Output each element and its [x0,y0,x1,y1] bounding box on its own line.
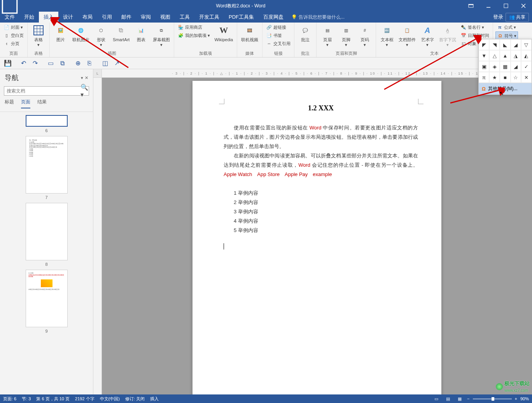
symbol-cell[interactable]: ◣ [500,39,510,50]
symbol-cell[interactable]: ▲ [500,50,510,61]
tab-developer[interactable]: 开发工具 [194,12,224,23]
thumb-page-7[interactable]: 第一章 示例1.1 示例这是示例文本这是示例文本这是示例文本这是示例文本这是示例… [26,136,68,194]
tab-mailings[interactable]: 邮件 [117,12,136,23]
status-section[interactable]: 节: 3 [22,396,31,402]
tab-insert[interactable]: 插入 [39,12,58,23]
hyperlink-button[interactable]: 🔗超链接 [265,23,292,31]
symbol-cell[interactable]: ◈ [489,61,500,72]
minimize-button[interactable] [480,0,497,12]
tell-me-box[interactable]: 💡 告诉我您想要做什么... [291,14,345,21]
tab-tools[interactable]: 工具 [175,12,194,23]
wordart-button[interactable]: A艺术字▾ [419,23,436,48]
cover-page-button[interactable]: 📄封面 ▾ [2,23,25,31]
nav-close-button[interactable]: ✕ [85,75,88,80]
status-track[interactable]: 修订: 关闭 [125,396,145,402]
symbol-cell[interactable]: ▦ [500,61,510,72]
status-mode[interactable]: 插入 [150,396,159,402]
bookmark-button[interactable]: 📑书签 [265,31,292,39]
comment-button[interactable]: 💬批注 [297,23,314,43]
crossref-button[interactable]: ↔交叉引用 [265,40,292,47]
symbol-cell[interactable]: ◤ [479,39,489,50]
thumb-page-6[interactable] [26,115,68,127]
datetime-button[interactable]: 📅日期和时间 [459,31,490,39]
table-button[interactable]: 表格▾ [30,23,47,48]
qat-btn-6[interactable]: ↗ [113,59,121,67]
zoom-level[interactable]: 90% [520,396,529,401]
wikipedia-button[interactable]: WWikipedia [213,23,234,43]
textbox-button[interactable]: 🔤文本框▾ [378,23,396,48]
store-button[interactable]: 🏪应用商店 [177,23,211,31]
nav-tab-results[interactable]: 结果 [37,99,47,108]
symbol-cell[interactable]: ★ [489,72,500,83]
view-print-layout[interactable]: ▤ [444,395,452,402]
symbol-cell[interactable]: ◮ [511,50,521,61]
symbol-cell[interactable]: ◥ [489,39,500,50]
status-words[interactable]: 2192 个字 [75,396,94,402]
symbol-cell[interactable]: ✓ [521,61,532,72]
online-picture-button[interactable]: 🌐联机图片 [71,23,91,43]
chart-button[interactable]: 📊图表 [133,23,150,43]
thumb-page-8[interactable] [26,203,68,260]
qat-btn-5[interactable]: ◫ [101,59,109,67]
qat-btn-1[interactable]: ▭ [47,59,54,67]
undo-button[interactable]: ↶ [19,59,27,67]
parts-button[interactable]: 📋文档部件▾ [397,23,417,48]
symbol-cell[interactable]: ■ [500,72,510,83]
view-web-layout[interactable]: ▦ [455,395,464,402]
tab-view[interactable]: 视图 [156,12,175,23]
nav-dropdown[interactable]: ▾ [81,75,83,80]
redo-button[interactable]: ↷ [31,59,39,67]
smartart-button[interactable]: ⿻SmartArt [111,23,131,43]
share-button[interactable]: 👥 共享 [506,13,529,22]
page-number-button[interactable]: #页码▾ [356,23,373,48]
status-lang[interactable]: 中文(中国) [100,396,120,402]
zoom-slider[interactable] [473,398,512,400]
picture-button[interactable]: 🖼️图片 [52,23,69,43]
symbol-cell[interactable]: ☆ [511,72,521,83]
dropcap-button[interactable]: A̲首字下沉▾ [438,23,458,48]
tab-design[interactable]: 设计 [58,12,78,23]
maximize-button[interactable] [497,0,514,12]
my-addins-button[interactable]: 🧩我的加载项 ▾ [177,31,211,39]
blank-page-button[interactable]: ▯空白页 [2,31,25,39]
shapes-button[interactable]: ⬡形状▾ [93,23,110,48]
tab-baidu[interactable]: 百度网盘 [259,12,288,23]
page-break-button[interactable]: ⫞分页 [2,40,25,47]
symbol-cell[interactable]: ◭ [521,50,532,61]
tab-home[interactable]: 开始 [19,12,39,23]
status-pages[interactable]: 第 6 页，共 10 页 [36,396,70,402]
document-page[interactable]: 1.2 XXX 使用在需要位置出现的新按钮在 Word 中保存时间。若要更改图片… [192,81,441,394]
tab-layout[interactable]: 布局 [78,12,97,23]
online-video-button[interactable]: 🎞️联机视频 [240,23,260,43]
symbol-cell[interactable]: ▽ [521,39,532,50]
footer-button[interactable]: ▥页脚▾ [338,23,355,48]
tab-references[interactable]: 引用 [97,12,117,23]
save-button[interactable]: 💾 [4,59,12,67]
ribbon-display-options-icon[interactable] [462,0,480,12]
nav-tab-pages[interactable]: 页面 [21,99,30,108]
more-symbols-item[interactable]: Ω 其他符号(M)... [479,83,532,94]
view-read-mode[interactable]: ▭ [432,395,441,402]
nav-search-input[interactable] [4,86,89,96]
symbol-cell[interactable]: ▼ [479,50,489,61]
tab-review[interactable]: 审阅 [136,12,156,23]
equation-button[interactable]: π公式 ▾ [495,23,518,31]
signature-button[interactable]: ✒️签名行 ▾ [459,23,490,31]
qat-btn-4[interactable]: ⎘ [86,59,93,67]
qat-btn-2[interactable]: ⧉ [58,59,66,67]
symbol-cell[interactable]: △ [489,50,500,61]
header-button[interactable]: ▤页眉▾ [319,23,336,48]
nav-tab-headings[interactable]: 标题 [5,99,14,108]
search-icon[interactable]: 🔍▾ [80,87,88,95]
close-button[interactable] [514,0,532,12]
symbol-cell[interactable]: ✕ [521,72,532,83]
screenshot-button[interactable]: ⧉屏幕截图▾ [151,23,172,48]
symbol-cell[interactable]: ▣ [479,61,489,72]
qat-btn-3[interactable]: ⊕ [74,59,82,67]
symbol-cell[interactable]: ◢ [511,61,521,72]
symbol-cell[interactable]: ◢ [511,39,521,50]
login-link[interactable]: 登录 [493,14,503,21]
thumb-page-9[interactable]: 1.4 示例示例红色文本示例红色文本示例文本示例文本示例文本示例示例文本示例文本… [26,270,68,327]
status-page[interactable]: 页面: 6 [3,396,16,402]
tab-file[interactable]: 文件 [0,12,19,23]
